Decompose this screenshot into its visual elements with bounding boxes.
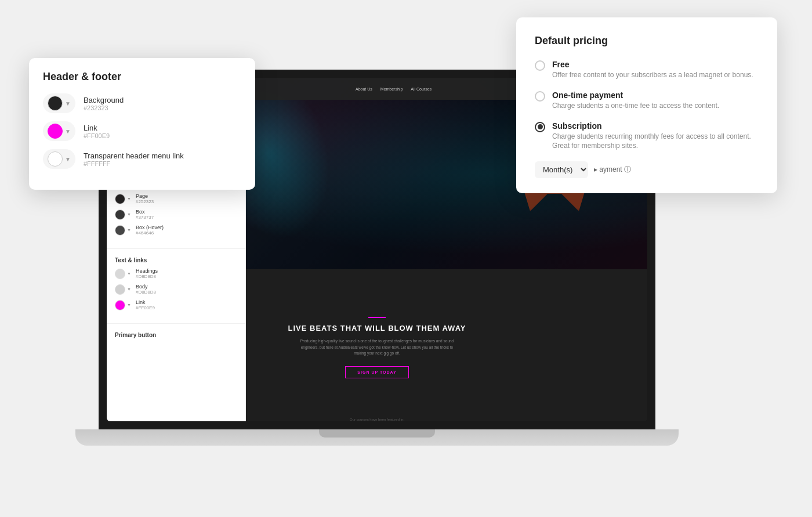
swatch-page-chevron: ▼ xyxy=(127,197,131,201)
hf-swatch-bg-chevron: ▼ xyxy=(65,100,71,107)
pricing-desc-onetime: Charge students a one-time fee to access… xyxy=(552,101,719,111)
color-info-box-hover: Box (Hover) #464646 xyxy=(136,225,164,236)
color-hex-box: #373737 xyxy=(136,215,154,220)
section2-title: LIVE BEATS THAT WILL BLOW THEM AWAY xyxy=(288,324,466,332)
color-label-headings: Headings xyxy=(136,268,158,274)
color-row-page: ▼ Page #252323 xyxy=(115,193,237,204)
pricing-option-free[interactable]: Free Offer free content to your subscrib… xyxy=(535,60,759,80)
site-nav-links: About Us Membership All Courses xyxy=(356,87,432,91)
pricing-desc-subscription: Charge students recurring monthly fees f… xyxy=(552,132,759,151)
swatch-page-wrap[interactable]: ▼ xyxy=(115,194,131,204)
color-row-headings: ▼ Headings #D8D8D8 xyxy=(115,268,237,279)
color-row-box: ▼ Box #373737 xyxy=(115,209,237,220)
color-label-box: Box xyxy=(136,209,154,215)
color-row-text-link: ▼ Link #FF00E9 xyxy=(115,299,237,310)
color-info-box: Box #373737 xyxy=(136,209,154,220)
hf-label-bg: Background xyxy=(84,96,124,104)
swatch-box-hover xyxy=(115,225,125,236)
hf-hex-transparent: #FFFFFF xyxy=(84,160,184,167)
swatch-body-wrap[interactable]: ▼ xyxy=(115,284,131,295)
color-hex-headings: #D8D8D8 xyxy=(136,274,158,279)
pricing-title: Default pricing xyxy=(535,35,759,47)
color-section-primary-button: Primary button xyxy=(107,326,245,349)
swatch-text-link-chevron: ▼ xyxy=(127,303,131,307)
color-row-body: ▼ Body #D8D8D8 xyxy=(115,284,237,295)
hf-swatch-bg xyxy=(48,96,63,111)
hf-info-link: Link #FF00E9 xyxy=(84,124,110,139)
color-info-headings: Headings #D8D8D8 xyxy=(136,268,158,279)
color-hex-page: #252323 xyxy=(136,199,154,204)
header-footer-panel: Header & footer ▼ Background #232323 ▼ L… xyxy=(29,58,255,190)
section2-body: Producing high-quality live sound is one… xyxy=(296,338,458,356)
pricing-text-onetime: One-time payment Charge students a one-t… xyxy=(552,91,719,111)
color-row-box-hover: ▼ Box (Hover) #464646 xyxy=(115,225,237,236)
hf-swatch-link xyxy=(48,124,63,139)
hf-hex-link: #FF00E9 xyxy=(84,132,110,139)
swatch-text-link-wrap[interactable]: ▼ xyxy=(115,300,131,310)
color-section-text-title: Text & links xyxy=(115,257,237,263)
hf-info-transparent: Transparent header menu link #FFFFFF xyxy=(84,151,184,167)
featured-text: Our courses have been featured in: xyxy=(350,418,404,421)
color-label-box-hover: Box (Hover) xyxy=(136,225,164,230)
radio-onetime[interactable] xyxy=(535,91,545,102)
pricing-text-subscription: Subscription Charge students recurring m… xyxy=(552,121,759,151)
swatch-box-hover-chevron: ▼ xyxy=(127,228,131,232)
hf-label-transparent: Transparent header menu link xyxy=(84,151,184,160)
radio-free[interactable] xyxy=(535,60,545,71)
color-label-page: Page xyxy=(136,193,154,199)
hf-info-bg: Background #232323 xyxy=(84,96,124,111)
color-section-btn-title: Primary button xyxy=(115,332,237,338)
radio-subscription-inner xyxy=(538,124,543,129)
radio-subscription[interactable] xyxy=(535,122,545,132)
section2-accent xyxy=(368,317,386,318)
pricing-option-subscription[interactable]: Subscription Charge students recurring m… xyxy=(535,121,759,151)
swatch-body xyxy=(115,284,125,295)
swatch-page xyxy=(115,194,125,204)
hf-swatch-link-wrap[interactable]: ▼ xyxy=(43,121,75,141)
color-info-body: Body #D8D8D8 xyxy=(136,284,156,295)
swatch-box-chevron: ▼ xyxy=(127,212,131,216)
nav-membership[interactable]: Membership xyxy=(380,87,403,91)
pricing-option-onetime[interactable]: One-time payment Charge students a one-t… xyxy=(535,91,759,111)
swatch-box-hover-wrap[interactable]: ▼ xyxy=(115,225,131,236)
color-info-page: Page #252323 xyxy=(136,193,154,204)
swatch-box xyxy=(115,209,125,220)
hf-swatch-link-chevron: ▼ xyxy=(65,128,71,135)
pricing-text-free: Free Offer free content to your subscrib… xyxy=(552,60,753,80)
hf-row-background: ▼ Background #232323 xyxy=(43,93,241,113)
pricing-name-subscription: Subscription xyxy=(552,121,759,131)
swatch-text-link xyxy=(115,300,125,310)
hf-hex-bg: #232323 xyxy=(84,104,124,111)
color-label-body: Body xyxy=(136,284,156,290)
color-info-text-link: Link #FF00E9 xyxy=(136,299,155,310)
color-label-text-link: Link xyxy=(136,299,155,305)
color-hex-text-link: #FF00E9 xyxy=(136,305,155,310)
pricing-panel: Default pricing Free Offer free content … xyxy=(516,17,777,193)
pricing-payment-note: ▸ ayment ⓘ xyxy=(594,165,631,175)
swatch-headings xyxy=(115,269,125,279)
hf-swatch-transparent-chevron: ▼ xyxy=(65,156,71,162)
hf-panel-title: Header & footer xyxy=(43,71,241,83)
hf-swatch-bg-wrap[interactable]: ▼ xyxy=(43,93,75,113)
pricing-name-free: Free xyxy=(552,60,753,69)
color-hex-body: #D8D8D8 xyxy=(136,290,156,295)
hf-row-transparent: ▼ Transparent header menu link #FFFFFF xyxy=(43,149,241,169)
hf-swatch-transparent-wrap[interactable]: ▼ xyxy=(43,149,75,169)
pricing-desc-free: Offer free content to your subscribers a… xyxy=(552,70,753,80)
hf-row-link: ▼ Link #FF00E9 xyxy=(43,121,241,141)
swatch-body-chevron: ▼ xyxy=(127,287,131,291)
swatch-headings-chevron: ▼ xyxy=(127,272,131,276)
nav-about[interactable]: About Us xyxy=(356,87,372,91)
swatch-headings-wrap[interactable]: ▼ xyxy=(115,269,131,279)
hf-label-link: Link xyxy=(84,124,110,132)
laptop-notch xyxy=(319,429,435,438)
nav-courses[interactable]: All Courses xyxy=(411,87,432,91)
month-select[interactable]: Month(s) xyxy=(535,161,588,178)
hf-swatch-transparent xyxy=(48,151,63,167)
swatch-box-wrap[interactable]: ▼ xyxy=(115,209,131,220)
pricing-name-onetime: One-time payment xyxy=(552,91,719,100)
color-section-text-links: Text & links ▼ Headings #D8D8D8 xyxy=(107,251,245,321)
color-hex-box-hover: #464646 xyxy=(136,230,164,236)
pricing-bottom: Month(s) ▸ ayment ⓘ xyxy=(535,161,759,178)
signup-button[interactable]: SIGN UP TODAY xyxy=(345,366,408,378)
